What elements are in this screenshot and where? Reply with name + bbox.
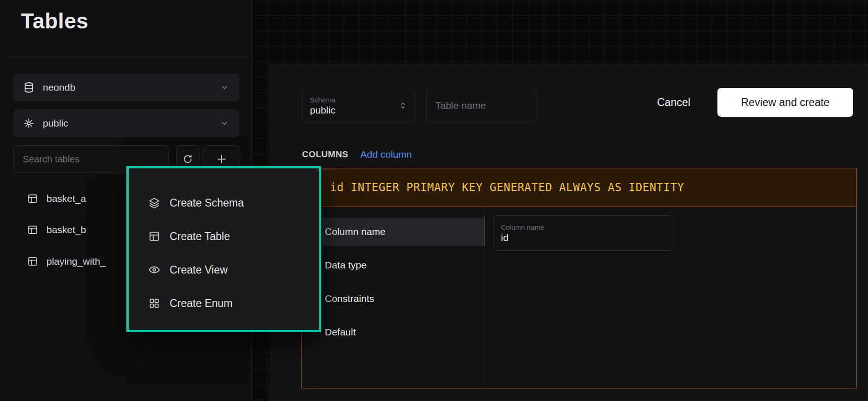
menu-item-create-schema[interactable]: Create Schema bbox=[129, 186, 319, 220]
table-icon bbox=[148, 230, 160, 242]
table-editor-panel: Schema public Cancel Review and create C… bbox=[270, 64, 868, 401]
cancel-button[interactable]: Cancel bbox=[645, 88, 703, 117]
table-icon bbox=[27, 224, 38, 235]
column-form: Column name id bbox=[485, 207, 856, 388]
menu-item-label: Create Schema bbox=[170, 197, 244, 209]
tab-default[interactable]: Default bbox=[302, 318, 485, 346]
schema-field-label: Schema bbox=[310, 96, 407, 104]
schema-field[interactable]: Schema public bbox=[302, 89, 414, 122]
database-select[interactable]: neondb bbox=[13, 74, 239, 101]
column-tabs: Column name Data type Constraints Defaul… bbox=[302, 207, 485, 388]
column-summary-row[interactable]: id INTEGER PRIMARY KEY GENERATED ALWAYS … bbox=[302, 168, 856, 207]
database-icon bbox=[23, 82, 34, 93]
column-name-field[interactable]: Column name id bbox=[493, 215, 673, 251]
menu-item-label: Create View bbox=[170, 264, 228, 276]
table-icon bbox=[27, 193, 38, 204]
schema-icon bbox=[23, 118, 34, 129]
plus-icon bbox=[216, 154, 227, 165]
column-name-field-value: id bbox=[501, 232, 665, 243]
column-name-field-label: Column name bbox=[501, 223, 665, 231]
column-sql-text: id INTEGER PRIMARY KEY GENERATED ALWAYS … bbox=[330, 181, 684, 194]
review-and-create-button[interactable]: Review and create bbox=[717, 88, 853, 117]
sidebar-divider bbox=[4, 57, 248, 57]
menu-item-create-table[interactable]: Create Table bbox=[129, 220, 319, 253]
chevron-updown-icon bbox=[398, 101, 408, 110]
table-name-input[interactable] bbox=[427, 89, 536, 122]
table-row-label: playing_with_ bbox=[46, 256, 105, 267]
chevron-down-icon bbox=[220, 119, 229, 128]
column-editor-body: Column name Data type Constraints Defaul… bbox=[302, 207, 856, 388]
table-icon bbox=[27, 256, 38, 267]
menu-item-label: Create Table bbox=[170, 230, 230, 243]
chevron-down-icon bbox=[220, 83, 229, 92]
columns-heading: COLUMNS bbox=[302, 149, 349, 160]
grid-icon bbox=[148, 297, 160, 309]
create-menu: Create Schema Create Table Create View bbox=[126, 166, 321, 332]
layers-icon bbox=[148, 197, 160, 209]
tab-data-type[interactable]: Data type bbox=[302, 251, 485, 279]
database-select-value: neondb bbox=[43, 82, 75, 93]
tab-constraints[interactable]: Constraints bbox=[302, 285, 485, 313]
schema-select-value: public bbox=[43, 118, 68, 129]
menu-item-create-view[interactable]: Create View bbox=[129, 253, 319, 287]
menu-item-label: Create Enum bbox=[170, 297, 233, 310]
column-editor: id INTEGER PRIMARY KEY GENERATED ALWAYS … bbox=[301, 168, 857, 388]
columns-header: COLUMNS Add column bbox=[302, 147, 412, 161]
tab-column-name[interactable]: Column name bbox=[302, 218, 485, 246]
schema-select[interactable]: public bbox=[13, 109, 239, 137]
table-row-label: basket_b bbox=[46, 224, 86, 235]
table-row-label: basket_a bbox=[46, 193, 86, 204]
page-title: Tables bbox=[21, 8, 88, 33]
eye-icon bbox=[148, 264, 160, 276]
add-column-link[interactable]: Add column bbox=[361, 149, 412, 160]
menu-item-create-enum[interactable]: Create Enum bbox=[129, 287, 319, 320]
schema-field-value: public bbox=[310, 105, 407, 116]
refresh-icon bbox=[183, 154, 193, 164]
